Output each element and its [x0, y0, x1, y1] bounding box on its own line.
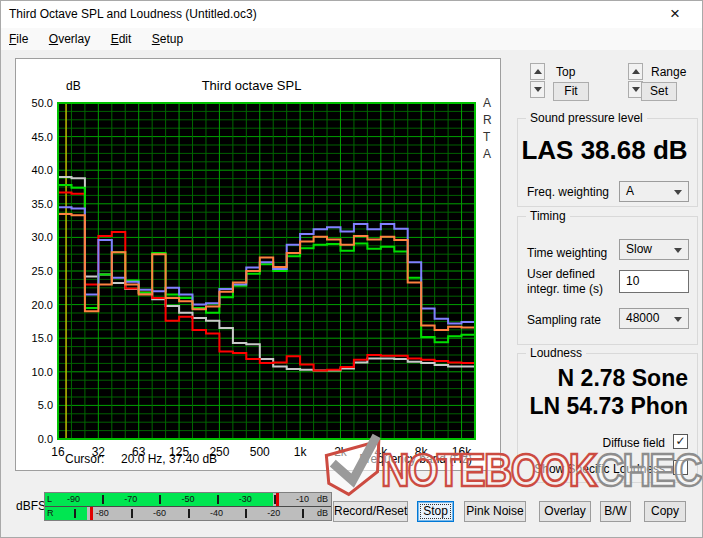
timing-group: Timing Time weighting Slow User defined … [517, 216, 698, 345]
diffuse-field-checkbox[interactable]: ✓ [673, 434, 688, 449]
level-meter: -90-70-50-30-10LdB-80-60-40-20RdB [44, 492, 332, 521]
sampling-rate-select[interactable]: 48000 [619, 308, 689, 329]
loudness-n-value: N 2.78 Sone [558, 365, 688, 392]
down-arrow-icon [534, 87, 542, 92]
menu-bar: File Overlay Edit Setup [1, 28, 702, 50]
time-weighting-label: Time weighting [527, 246, 607, 260]
svg-text:R: R [483, 113, 492, 127]
loudness-group: Loudness N 2.78 Sone LN 54.73 Phon Diffu… [517, 353, 698, 483]
spl-chart[interactable]: 0.05.010.015.020.025.030.035.040.045.050… [16, 59, 500, 470]
svg-text:A: A [483, 147, 491, 161]
stop-button[interactable]: Stop [417, 501, 454, 522]
group-title: Loudness [526, 346, 586, 360]
menu-overlay[interactable]: Overlay [41, 28, 98, 50]
chevron-down-icon [674, 248, 682, 253]
svg-text:dB: dB [66, 79, 81, 93]
meter-tick [245, 509, 247, 518]
record-reset-button[interactable]: Record/Reset [333, 501, 408, 522]
svg-text:16: 16 [51, 445, 65, 459]
svg-text:2k: 2k [334, 445, 348, 459]
top-scale-down-button[interactable] [530, 81, 545, 98]
meter-scale-label: -30 [239, 494, 252, 504]
meter-tick [159, 495, 161, 504]
meter-tick [131, 509, 133, 518]
meter-scale-label: -40 [210, 508, 223, 518]
integr-time-label-line2: integr. time (s) [527, 282, 603, 296]
meter-peak-indicator [276, 493, 279, 506]
meter-peak-indicator [90, 507, 93, 520]
window-title: Third Octave SPL and Loudness (Untitled.… [9, 1, 257, 28]
meter-scale-label: -20 [267, 508, 280, 518]
meter-row-l: -90-70-50-30-10LdB [45, 493, 331, 506]
time-weighting-value: Slow [626, 242, 652, 256]
dbfs-label: dBFS [16, 499, 46, 513]
spl-chart-panel: 0.05.010.015.020.025.030.035.040.045.050… [15, 58, 501, 471]
arta-spl-window: Third Octave SPL and Loudness (Untitled.… [0, 0, 703, 538]
meter-tick [302, 509, 304, 518]
svg-text:45.0: 45.0 [32, 131, 53, 143]
svg-text:30.0: 30.0 [32, 231, 53, 243]
fit-button[interactable]: Fit [553, 82, 589, 101]
spl-value: LAS 38.68 dB [518, 135, 691, 166]
meter-scale-label: -90 [67, 494, 80, 504]
chevron-down-icon [674, 317, 682, 322]
down-arrow-icon [632, 87, 640, 92]
group-title: Timing [526, 209, 570, 223]
copy-button[interactable]: Copy [644, 501, 686, 522]
svg-text:500: 500 [250, 445, 270, 459]
meter-scale-label: -80 [96, 508, 109, 518]
meter-tick [102, 495, 104, 504]
freq-weighting-label: Freq. weighting [527, 185, 609, 199]
set-button[interactable]: Set [641, 82, 677, 101]
svg-text:Cursor:: Cursor: [65, 452, 104, 466]
time-weighting-select[interactable]: Slow [619, 239, 689, 260]
svg-text:25.0: 25.0 [32, 265, 53, 277]
overlay-button[interactable]: Overlay [539, 501, 591, 522]
svg-text:15.0: 15.0 [32, 332, 53, 344]
svg-text:35.0: 35.0 [32, 198, 53, 210]
sound-pressure-level-group: Sound pressure level LAS 38.68 dB Freq. … [517, 118, 698, 207]
svg-text:40.0: 40.0 [32, 164, 53, 176]
up-arrow-icon [632, 69, 640, 74]
svg-text:50.0: 50.0 [32, 97, 53, 109]
integr-time-label-line1: User defined [527, 267, 595, 281]
meter-tick [188, 509, 190, 518]
chevron-down-icon [674, 190, 682, 195]
meter-scale-label: -50 [181, 494, 194, 504]
bw-button[interactable]: B/W [600, 501, 631, 522]
svg-text:1k: 1k [294, 445, 308, 459]
title-bar: Third Octave SPL and Loudness (Untitled.… [1, 1, 702, 28]
top-label: Top [556, 65, 575, 79]
check-icon: ✓ [675, 434, 685, 448]
top-scale-up-button[interactable] [530, 63, 545, 80]
menu-edit[interactable]: Edit [103, 28, 140, 50]
freq-weighting-value: A [626, 184, 634, 198]
meter-scale-label: -10 [296, 494, 309, 504]
svg-text:T: T [483, 130, 491, 144]
meter-scale-label: -60 [153, 508, 166, 518]
svg-text:5.0: 5.0 [38, 399, 53, 411]
svg-text:0.0: 0.0 [38, 433, 53, 445]
range-label: Range [651, 65, 686, 79]
svg-text:A: A [483, 96, 491, 110]
show-specific-loudness-checkbox[interactable] [673, 460, 688, 475]
diffuse-field-label: Diffuse field [603, 436, 665, 450]
svg-text:20.0: 20.0 [32, 299, 53, 311]
meter-row-r: -80-60-40-20RdB [45, 506, 331, 520]
menu-file[interactable]: File [1, 28, 36, 50]
meter-unit-label: dB [317, 494, 328, 504]
integr-time-input[interactable]: 10 [619, 270, 689, 293]
meter-tick [74, 509, 76, 518]
freq-weighting-select[interactable]: A [619, 181, 689, 202]
close-icon[interactable]: × [670, 4, 680, 24]
svg-text:Frequency band (Hz): Frequency band (Hz) [359, 452, 472, 466]
meter-channel-label: R [47, 508, 54, 518]
meter-unit-label: dB [317, 508, 328, 518]
svg-text:20.0 Hz, 37.40 dB: 20.0 Hz, 37.40 dB [121, 452, 217, 466]
meter-tick [274, 495, 276, 504]
pink-noise-button[interactable]: Pink Noise [464, 501, 526, 522]
menu-setup[interactable]: Setup [144, 28, 191, 50]
range-scale-up-button[interactable] [628, 63, 643, 80]
group-title: Sound pressure level [526, 111, 647, 125]
loudness-ln-value: LN 54.73 Phon [530, 393, 688, 420]
